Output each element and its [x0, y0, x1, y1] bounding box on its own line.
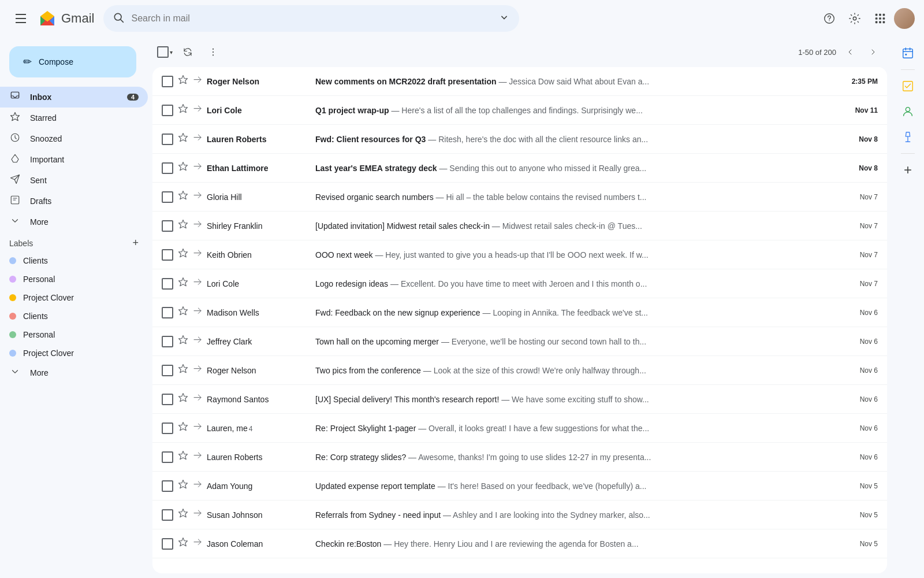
avatar[interactable]: [894, 8, 915, 29]
add-panel-button[interactable]: +: [896, 158, 919, 181]
star-icon[interactable]: [178, 306, 188, 319]
email-row[interactable]: Susan Johnson Referrals from Sydney - ne…: [152, 501, 887, 529]
more-nav-icon: [9, 216, 21, 228]
forward-icon: [193, 423, 202, 434]
tasks-icon[interactable]: [896, 75, 919, 98]
hamburger-menu[interactable]: [9, 7, 32, 30]
email-checkbox[interactable]: [162, 105, 173, 116]
email-row[interactable]: Gloria Hill Revised organic search numbe…: [152, 183, 887, 212]
settings-button[interactable]: [843, 7, 866, 30]
sidebar-item-snoozed[interactable]: Snoozed: [0, 128, 148, 149]
email-row[interactable]: Lori Cole Q1 project wrap-up — Here's a …: [152, 96, 887, 125]
sidebar-item-sent[interactable]: Sent: [0, 170, 148, 191]
star-icon[interactable]: [178, 421, 188, 435]
search-input[interactable]: [131, 13, 494, 24]
star-icon[interactable]: [178, 537, 188, 550]
email-checkbox[interactable]: [162, 162, 173, 174]
sidebar-item-inbox[interactable]: Inbox 4: [0, 87, 148, 108]
refresh-button[interactable]: [177, 42, 198, 62]
star-icon[interactable]: [178, 103, 188, 117]
email-row[interactable]: Shirley Franklin [Updated invitation] Mi…: [152, 212, 887, 240]
star-icon[interactable]: [178, 132, 188, 146]
email-row[interactable]: Ethan Lattimore Last year's EMEA strateg…: [152, 154, 887, 183]
label-item-clients-2[interactable]: Clients: [0, 307, 148, 325]
email-checkbox[interactable]: [162, 76, 173, 87]
label-item-project-clover-1[interactable]: Project Clover: [0, 288, 148, 307]
email-row[interactable]: Roger Nelson New comments on MCR2022 dra…: [152, 67, 887, 96]
email-subject-preview: Re: Project Skylight 1-pager — Overall, …: [315, 424, 839, 433]
email-row[interactable]: Lauren Roberts Re: Corp strategy slides?…: [152, 443, 887, 472]
star-icon[interactable]: [178, 75, 188, 88]
sidebar: ✏ Compose Inbox 4 Starred: [0, 37, 148, 578]
star-icon[interactable]: [178, 248, 188, 261]
label-item-project-clover-2[interactable]: Project Clover: [0, 344, 148, 362]
email-checkbox[interactable]: [162, 220, 173, 232]
email-row[interactable]: Lori Cole Logo redesign ideas — Excellen…: [152, 269, 887, 298]
email-row[interactable]: Madison Wells Fwd: Feedback on the new s…: [152, 298, 887, 327]
email-checkbox[interactable]: [162, 509, 173, 521]
email-checkbox[interactable]: [162, 394, 173, 405]
help-button[interactable]: [818, 7, 841, 30]
email-row[interactable]: Lauren Roberts Fwd: Client resources for…: [152, 125, 887, 154]
email-date: Nov 8: [843, 135, 878, 143]
star-icon[interactable]: [178, 479, 188, 492]
email-checkbox[interactable]: [162, 538, 173, 550]
label-item-clients-1[interactable]: Clients: [0, 251, 148, 270]
email-checkbox[interactable]: [162, 278, 173, 290]
sidebar-item-drafts[interactable]: Drafts: [0, 191, 148, 212]
email-checkbox[interactable]: [162, 336, 173, 347]
pagination-text: 1-50 of 200: [798, 48, 836, 57]
star-icon[interactable]: [178, 508, 188, 521]
svg-marker-32: [179, 394, 188, 402]
label-item-personal-1[interactable]: Personal: [0, 270, 148, 288]
sidebar-item-important[interactable]: Important: [0, 149, 148, 170]
star-icon[interactable]: [178, 190, 188, 203]
email-row[interactable]: Jason Coleman Checkin re:Boston — Hey th…: [152, 529, 887, 558]
add-label-button[interactable]: +: [132, 237, 139, 249]
more-options-button[interactable]: [203, 42, 223, 62]
email-checkbox[interactable]: [162, 249, 173, 261]
svg-line-1: [121, 19, 124, 22]
email-checkbox[interactable]: [162, 191, 173, 203]
star-icon[interactable]: [178, 219, 188, 232]
select-all-checkbox[interactable]: [157, 46, 169, 58]
star-icon[interactable]: [178, 277, 188, 290]
star-icon[interactable]: [178, 450, 188, 464]
more-nav-item[interactable]: More: [0, 212, 148, 232]
email-row[interactable]: Lauren, me4 Re: Project Skylight 1-pager…: [152, 414, 887, 443]
svg-point-41: [906, 108, 910, 112]
email-checkbox[interactable]: [162, 134, 173, 145]
prev-page-button[interactable]: [841, 43, 859, 61]
search-dropdown-icon[interactable]: [498, 12, 510, 26]
email-row[interactable]: Adam Young Updated expense report templa…: [152, 472, 887, 501]
star-icon[interactable]: [178, 392, 188, 406]
email-checkbox[interactable]: [162, 480, 173, 492]
sender-name: Roger Nelson: [207, 366, 311, 375]
starred-label: Starred: [30, 113, 139, 123]
star-icon[interactable]: [178, 364, 188, 377]
select-all-dropdown[interactable]: ▾: [170, 49, 173, 55]
label-item-personal-2[interactable]: Personal: [0, 325, 148, 344]
more-labels-item[interactable]: More: [0, 362, 148, 383]
email-checkbox[interactable]: [162, 423, 173, 434]
star-icon[interactable]: [178, 161, 188, 175]
calendar-icon[interactable]: [896, 42, 919, 65]
search-bar[interactable]: [103, 5, 519, 32]
sidebar-item-starred[interactable]: Starred: [0, 108, 148, 128]
email-row[interactable]: Roger Nelson Two pics from the conferenc…: [152, 356, 887, 385]
email-row[interactable]: Keith Obrien OOO next week — Hey, just w…: [152, 240, 887, 269]
forward-icon: [193, 249, 202, 261]
next-page-button[interactable]: [864, 43, 882, 61]
star-icon[interactable]: [178, 335, 188, 348]
email-checkbox[interactable]: [162, 451, 173, 463]
email-checkbox[interactable]: [162, 307, 173, 318]
email-row[interactable]: Raymond Santos [UX] Special delivery! Th…: [152, 385, 887, 414]
compose-button[interactable]: ✏ Compose: [9, 46, 136, 77]
select-all-container[interactable]: ▾: [157, 46, 173, 58]
apps-button[interactable]: [869, 7, 892, 30]
contacts-icon[interactable]: [896, 100, 919, 123]
email-checkbox[interactable]: [162, 365, 173, 376]
keep-icon[interactable]: [896, 125, 919, 149]
forward-icon: [193, 307, 202, 318]
email-row[interactable]: Jeffrey Clark Town hall on the upcoming …: [152, 327, 887, 356]
